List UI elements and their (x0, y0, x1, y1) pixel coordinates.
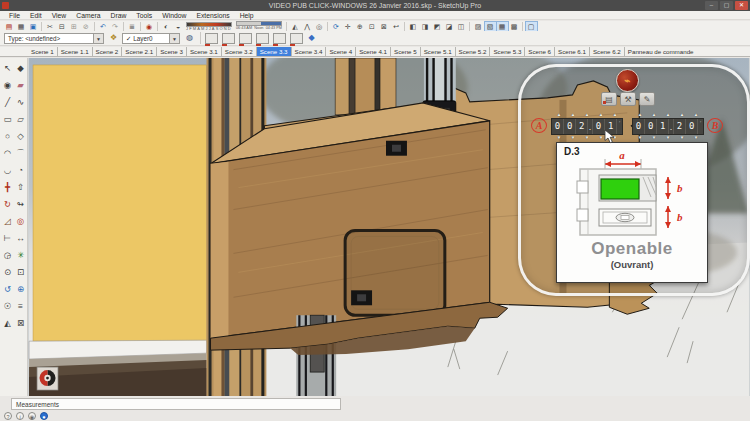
counter-b[interactable]: ▲▲▲▲▲ 0 0 1 . 2 0 ′ ▼▼▼▼▼ (632, 113, 704, 140)
zoom-tool-icon[interactable]: ⊙ (1, 264, 14, 281)
tab-scene-4-1[interactable]: Scene 4.1 (356, 47, 391, 56)
edit-button[interactable]: ✎ (639, 92, 655, 106)
delete-icon[interactable]: ⊘ (81, 22, 92, 31)
copy-icon[interactable]: ⊟ (57, 22, 68, 31)
redo-icon[interactable]: ↷ (110, 22, 121, 31)
counter-b-down-arrows[interactable]: ▼▼▼▼▼ (632, 136, 704, 141)
print-icon[interactable]: ≣ (127, 22, 138, 31)
dimension-tool-icon[interactable]: ↔ (14, 230, 27, 247)
shadow-time-slider[interactable]: 06:43 AM Noon 04:43 PM (236, 21, 282, 30)
textured-mode-icon[interactable]: ▦ (497, 22, 508, 31)
counter-b-up-arrows[interactable]: ▲▲▲▲▲ (632, 113, 704, 118)
polygon-tool-icon[interactable]: ◇ (14, 128, 27, 145)
tab-scene-5-1[interactable]: Scene 5.1 (421, 47, 456, 56)
arc-tool-icon[interactable]: ◠ (1, 145, 14, 162)
cw-frame-tool-6-icon[interactable] (290, 33, 303, 44)
save-file-icon[interactable]: ▣ (28, 22, 39, 31)
chevron-down-icon[interactable]: ▼ (93, 34, 103, 43)
tab-scene-5[interactable]: Scene 5 (391, 47, 421, 56)
menu-edit[interactable]: Edit (25, 11, 47, 19)
tab-scene-5-3[interactable]: Scene 5.3 (490, 47, 525, 56)
select-tool-icon[interactable]: ↖ (1, 60, 14, 77)
paint-bucket-icon[interactable]: ◉ (1, 77, 14, 94)
zoom-extents-icon[interactable]: ⊠ (379, 22, 390, 31)
fog-toggle-icon[interactable]: ◒ (173, 22, 184, 31)
zoom-extents-tool-icon[interactable]: ⊠ (14, 315, 27, 332)
cut-icon[interactable]: ✂ (45, 22, 56, 31)
cw-frame-tool-2-icon[interactable] (222, 33, 235, 44)
tab-panneau-de-commande[interactable]: Panneau de commande (625, 47, 697, 56)
scale-tool-icon[interactable]: ◿ (1, 213, 14, 230)
menu-extensions[interactable]: Extensions (191, 11, 234, 19)
menu-draw[interactable]: Draw (105, 11, 131, 19)
cw-frame-tool-5-icon[interactable] (273, 33, 286, 44)
zoom-window-icon[interactable]: ⊡ (367, 22, 378, 31)
position-camera-tool-icon[interactable]: ☉ (1, 298, 14, 315)
tab-scene-2-1[interactable]: Scene 2.1 (122, 47, 157, 56)
look-around-tool-icon[interactable]: ◭ (1, 315, 14, 332)
cw-frame-tool-3-icon[interactable] (239, 33, 252, 44)
zoom-icon[interactable]: ⊕ (355, 22, 366, 31)
three-point-arc-icon[interactable]: ◡ (1, 162, 14, 179)
make-component-icon[interactable]: ◆ (14, 60, 27, 77)
look-around-icon[interactable]: ◎ (314, 22, 325, 31)
details-icon[interactable]: ❖ (107, 32, 120, 44)
paste-icon[interactable]: ⊞ (69, 22, 80, 31)
measurements-box[interactable]: Measurements (11, 398, 341, 410)
two-point-arc-icon[interactable]: ⌒ (14, 145, 27, 162)
monochrome-mode-icon[interactable]: ▩ (509, 22, 520, 31)
walk-icon[interactable]: ⋀ (302, 22, 313, 31)
menu-camera[interactable]: Camera (71, 11, 105, 19)
tab-scene-6[interactable]: Scene 6 (525, 47, 555, 56)
new-file-icon[interactable]: ▤ (4, 22, 15, 31)
maximize-button[interactable]: ▢ (720, 1, 733, 10)
list-button[interactable]: ▤ (601, 92, 617, 106)
menu-view[interactable]: View (47, 11, 72, 19)
tab-scene-3-2[interactable]: Scene 3.2 (222, 47, 257, 56)
pie-tool-icon[interactable]: ◔ (14, 162, 27, 179)
shaded-mode-icon[interactable]: ▧ (485, 22, 496, 31)
minimize-button[interactable]: – (705, 1, 718, 10)
user-icon[interactable]: ◉ (28, 412, 36, 420)
geolocation-icon[interactable]: ● (40, 412, 48, 420)
settings-button[interactable]: ⚒ (620, 92, 636, 106)
shadows-toggle-icon[interactable]: ◐ (161, 22, 172, 31)
pan-tool-icon[interactable]: ⊕ (14, 281, 27, 298)
offset-tool-icon[interactable]: ◎ (14, 213, 27, 230)
front-view-icon[interactable]: ◩ (432, 22, 443, 31)
menu-tools[interactable]: Tools (131, 11, 157, 19)
right-view-icon[interactable]: ◪ (444, 22, 455, 31)
cw-frame-tool-1-icon[interactable] (205, 33, 218, 44)
chevron-down-icon[interactable]: ▼ (169, 34, 179, 43)
select-window-icon[interactable]: ▢ (526, 22, 537, 31)
tab-scene-2[interactable]: Scene 2 (93, 47, 123, 56)
protractor-tool-icon[interactable]: ◶ (1, 247, 14, 264)
tab-scene-5-2[interactable]: Scene 5.2 (456, 47, 491, 56)
menu-file[interactable]: File (4, 11, 25, 19)
layer-dropdown[interactable]: ✓ Layer0 ▼ (122, 33, 180, 44)
circle-tool-icon[interactable]: ○ (1, 128, 14, 145)
freehand-tool-icon[interactable]: ∿ (14, 94, 27, 111)
top-view-icon[interactable]: ◨ (420, 22, 431, 31)
walk-tool-icon[interactable]: ≡ (14, 298, 27, 315)
shadow-date-slider[interactable]: JFMAMJJASOND (186, 22, 232, 31)
close-button[interactable]: ✕ (735, 1, 748, 10)
counter-a-up-arrows[interactable]: ▲▲▲▲▲ (551, 113, 623, 118)
help-icon[interactable]: ? (4, 412, 12, 420)
x-ray-mode-icon[interactable]: ▨ (473, 22, 484, 31)
undo-icon[interactable]: ↶ (98, 22, 109, 31)
position-camera-icon[interactable]: ◭ (290, 22, 301, 31)
credits-icon[interactable]: i (16, 412, 24, 420)
tab-scene-3[interactable]: Scene 3 (157, 47, 187, 56)
orbit-tool-icon[interactable]: ↺ (1, 281, 14, 298)
tab-scene-3-3[interactable]: Scene 3.3 (257, 47, 292, 56)
type-dropdown[interactable]: Type: <undefined> ▼ (4, 33, 104, 44)
eraser-icon[interactable]: ▰ (14, 77, 27, 94)
previous-view-icon[interactable]: ↩ (391, 22, 402, 31)
move-tool-icon[interactable]: ╋ (1, 179, 14, 196)
tab-scene-3-4[interactable]: Scene 3.4 (292, 47, 327, 56)
back-view-icon[interactable]: ◫ (456, 22, 467, 31)
rotate-tool-icon[interactable]: ↻ (1, 196, 14, 213)
model-info-icon[interactable]: ◉ (144, 22, 155, 31)
tab-scene-1-1[interactable]: Scene 1.1 (58, 47, 93, 56)
